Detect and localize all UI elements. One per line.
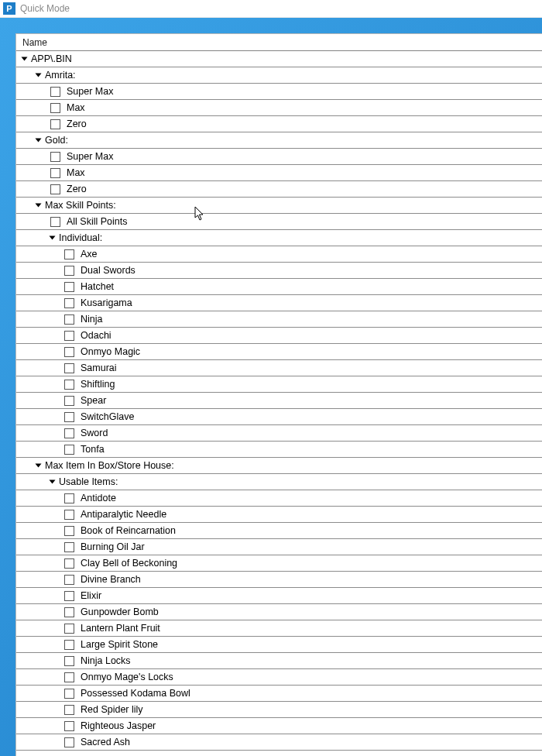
window-title: Quick Mode (20, 3, 70, 14)
tree-item[interactable]: Large Spirit Stone (16, 637, 542, 653)
checkbox[interactable] (50, 168, 60, 178)
checkbox[interactable] (64, 721, 74, 731)
item-label: Spear (81, 395, 106, 406)
expand-arrow-icon[interactable] (36, 74, 42, 77)
tree-item[interactable]: Onmyo Mage's Locks (16, 669, 542, 686)
checkbox[interactable] (64, 591, 74, 601)
item-label: Clay Bell of Beckoning (81, 558, 177, 569)
tree-node-usable[interactable]: Usable Items: (16, 474, 542, 490)
expand-arrow-icon[interactable] (50, 236, 56, 240)
tree-item[interactable]: Super Max (16, 84, 542, 100)
checkbox[interactable] (64, 445, 74, 455)
checkbox[interactable] (64, 282, 74, 292)
checkbox[interactable] (64, 624, 74, 634)
expand-arrow-icon[interactable] (36, 464, 42, 468)
tree-item[interactable]: Spear (16, 393, 542, 409)
checkbox[interactable] (64, 689, 74, 699)
tree-item[interactable]: All Skill Points (16, 214, 542, 230)
checkbox[interactable] (64, 656, 74, 666)
tree-item[interactable]: Dual Swords (16, 263, 542, 279)
checkbox[interactable] (50, 87, 60, 97)
checkbox[interactable] (64, 380, 74, 390)
checkbox[interactable] (64, 542, 74, 552)
tree-item[interactable]: Odachi (16, 328, 542, 344)
tree-item[interactable]: Ninja Locks (16, 653, 542, 669)
tree-node-amrita[interactable]: Amrita: (16, 67, 542, 84)
tree-item[interactable]: Onmyo Magic (16, 344, 542, 360)
tree-item[interactable]: Sacred Ash (16, 734, 542, 751)
checkbox[interactable] (64, 412, 74, 422)
tree-item[interactable]: Divine Branch (16, 572, 542, 588)
tree-item[interactable]: Antidote (16, 490, 542, 507)
checkbox[interactable] (64, 737, 74, 747)
tree-item[interactable]: Antiparalytic Needle (16, 507, 542, 523)
tree-node-root[interactable]: APP\.BIN (16, 51, 542, 67)
checkbox[interactable] (64, 363, 74, 373)
checkbox[interactable] (64, 705, 74, 715)
checkbox[interactable] (64, 526, 74, 536)
item-label: Super Max (67, 151, 113, 162)
expand-arrow-icon[interactable] (22, 57, 28, 61)
checkbox[interactable] (64, 396, 74, 406)
checkbox[interactable] (64, 331, 74, 341)
tree-item[interactable]: Clay Bell of Beckoning (16, 555, 542, 572)
checkbox[interactable] (50, 152, 60, 162)
tree-item[interactable]: Super Max (16, 149, 542, 165)
tree-item[interactable]: Samurai (16, 360, 542, 376)
item-label: Dual Swords (81, 265, 136, 276)
tree-node-individual[interactable]: Individual: (16, 230, 542, 246)
checkbox[interactable] (50, 184, 60, 194)
checkbox[interactable] (64, 249, 74, 259)
item-label: Onmyo Magic (81, 346, 140, 357)
tree-item[interactable]: Max (16, 165, 542, 181)
column-header[interactable]: Name (16, 34, 542, 51)
tree-item[interactable]: Zero (16, 116, 542, 132)
tree-item[interactable]: Kusarigama (16, 295, 542, 311)
tree-item[interactable]: Book of Reincarnation (16, 523, 542, 539)
tree-node-gold[interactable]: Gold: (16, 132, 542, 149)
item-label: Righteous Jasper (81, 720, 156, 731)
tree-item[interactable]: Zero (16, 181, 542, 198)
tree-item[interactable]: Hatchet (16, 279, 542, 295)
checkbox[interactable] (64, 493, 74, 503)
tree-item[interactable]: Elixir (16, 588, 542, 604)
tree-item[interactable]: Ninja (16, 311, 542, 328)
checkbox[interactable] (64, 558, 74, 569)
item-label: Zero (67, 119, 87, 129)
tree-item[interactable]: Red Spider lily (16, 702, 542, 718)
tree-item[interactable]: Righteous Jasper (16, 718, 542, 734)
tree-item[interactable]: Axe (16, 246, 542, 263)
tree-node-maxskill[interactable]: Max Skill Points: (16, 198, 542, 214)
item-label: Super Max (67, 86, 113, 97)
node-label: Gold: (45, 135, 68, 146)
checkbox[interactable] (64, 607, 74, 617)
expand-arrow-icon[interactable] (50, 480, 56, 484)
checkbox[interactable] (64, 314, 74, 325)
app-icon: P (3, 2, 15, 15)
checkbox[interactable] (64, 575, 74, 585)
tree-item[interactable]: Lantern Plant Fruit (16, 620, 542, 637)
tree-item[interactable]: SwitchGlave (16, 409, 542, 425)
tree-node-maxitem[interactable]: Max Item In Box/Store House: (16, 458, 542, 474)
item-label: Divine Branch (81, 574, 141, 585)
checkbox[interactable] (50, 217, 60, 227)
item-label: Elixir (81, 590, 101, 601)
checkbox[interactable] (64, 510, 74, 520)
checkbox[interactable] (64, 672, 74, 682)
expand-arrow-icon[interactable] (36, 139, 42, 143)
tree-item[interactable]: Burning Oil Jar (16, 539, 542, 555)
checkbox[interactable] (50, 119, 60, 129)
expand-arrow-icon[interactable] (36, 204, 42, 208)
checkbox[interactable] (64, 640, 74, 650)
tree-item[interactable]: Possessed Kodama Bowl (16, 686, 542, 702)
tree-item[interactable]: Tonfa (16, 442, 542, 458)
checkbox[interactable] (64, 266, 74, 276)
checkbox[interactable] (50, 103, 60, 113)
tree-item[interactable]: Max (16, 100, 542, 116)
tree-item[interactable]: Sword (16, 425, 542, 442)
tree-item[interactable]: Gunpowder Bomb (16, 604, 542, 620)
tree-item[interactable]: Shiftling (16, 376, 542, 393)
checkbox[interactable] (64, 298, 74, 308)
checkbox[interactable] (64, 347, 74, 357)
checkbox[interactable] (64, 428, 74, 438)
